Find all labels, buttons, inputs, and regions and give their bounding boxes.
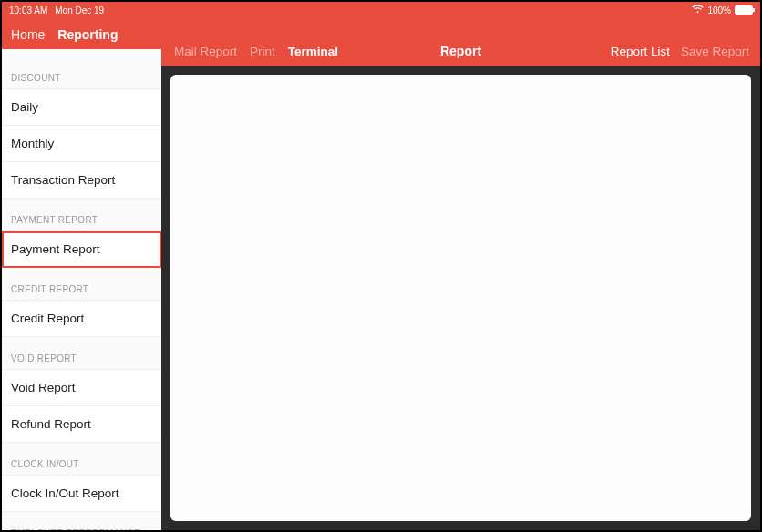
content-area xyxy=(161,66,760,530)
report-list-button[interactable]: Report List xyxy=(611,45,670,58)
sidebar-item-daily[interactable]: Daily xyxy=(2,89,161,126)
section-header-clock-in-out: CLOCK IN/OUT xyxy=(2,443,161,476)
sidebar-item-void-report[interactable]: Void Report xyxy=(2,370,161,406)
save-report-button[interactable]: Save Report xyxy=(681,45,749,58)
section-header-credit-report: CREDIT REPORT xyxy=(2,268,161,301)
report-canvas xyxy=(170,75,751,521)
status-bar: 10:03 AM Mon Dec 19 xyxy=(2,2,161,18)
sidebar-item-payment-report[interactable]: Payment Report xyxy=(2,231,161,268)
section-header-employee-performance: EMPLOYEE PERFORMANCE xyxy=(2,512,161,530)
main-area: 100% Mail Report Print Terminal Report R… xyxy=(161,2,760,530)
status-left: 10:03 AM Mon Dec 19 xyxy=(2,2,161,18)
topbar-left: Mail Report Print Terminal xyxy=(161,45,338,58)
nav-reporting[interactable]: Reporting xyxy=(57,27,118,42)
wifi-icon xyxy=(692,5,704,15)
sidebar-body[interactable]: DISCOUNT Daily Monthly Transaction Repor… xyxy=(2,49,161,530)
nav-home[interactable]: Home xyxy=(11,27,45,42)
sidebar-item-clock-in-out-report[interactable]: Clock In/Out Report xyxy=(2,476,161,512)
topbar: Mail Report Print Terminal Report Report… xyxy=(161,18,760,66)
topbar-right: Report List Save Report xyxy=(611,45,760,58)
sidebar-item-transaction-report[interactable]: Transaction Report xyxy=(2,162,161,199)
sidebar-item-monthly[interactable]: Monthly xyxy=(2,126,161,162)
status-date: Mon Dec 19 xyxy=(55,5,104,15)
sidebar: 10:03 AM Mon Dec 19 Home Reporting DISCO… xyxy=(2,2,161,530)
mail-report-button[interactable]: Mail Report xyxy=(174,45,237,58)
status-time: 10:03 AM xyxy=(9,5,47,15)
status-bar-right-wrap: 100% xyxy=(161,2,760,18)
battery-percent: 100% xyxy=(707,5,731,15)
status-right: 100% xyxy=(161,2,760,18)
section-header-discount: DISCOUNT xyxy=(2,49,161,89)
sidebar-item-credit-report[interactable]: Credit Report xyxy=(2,301,161,337)
battery-icon xyxy=(735,5,753,15)
print-button[interactable]: Print xyxy=(250,45,275,58)
device-frame: 10:03 AM Mon Dec 19 Home Reporting DISCO… xyxy=(0,0,762,532)
section-header-payment-report: PAYMENT REPORT xyxy=(2,199,161,231)
section-header-void-report: VOID REPORT xyxy=(2,337,161,370)
sidebar-item-refund-report[interactable]: Refund Report xyxy=(2,406,161,443)
terminal-button[interactable]: Terminal xyxy=(288,45,338,58)
